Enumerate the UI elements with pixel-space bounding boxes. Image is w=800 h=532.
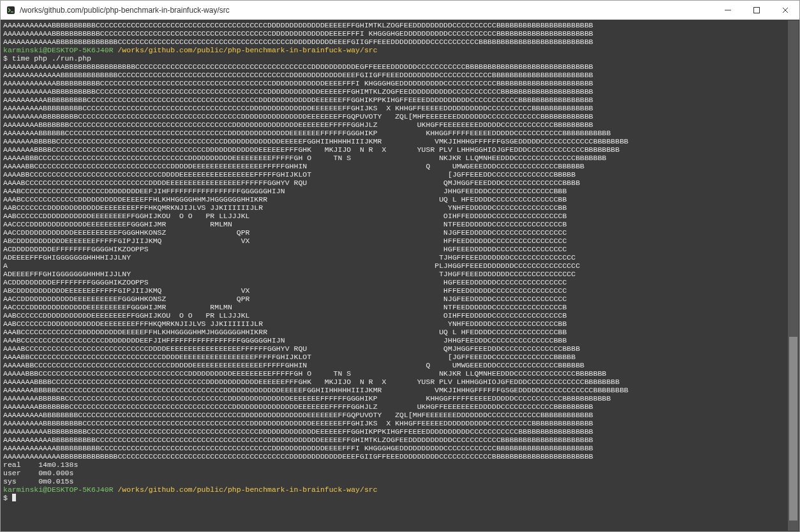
app-window: /works/github.com/public/php-benchmark-i…: [0, 0, 800, 532]
output-line: AAAAAAABBBBBCCCCCCCCCCCCCCCCCCCCCCCCCCCC…: [3, 137, 797, 145]
titlebar[interactable]: /works/github.com/public/php-benchmark-i…: [1, 1, 799, 20]
svg-rect-3: [753, 7, 759, 13]
output-line: ADEEEEFFFGHIGGGGGGGHHHHIJJLNY TJHGFFEEED…: [3, 253, 797, 262]
output-line: AAAABBCCCCCCCCCCCCCCCCCCCCCCCCCCCCCCDDDD…: [3, 170, 797, 179]
output-line: AACCCCDDDDDDDDDDDDDEEEEEEEEEFGGGHIJMR RM…: [3, 303, 797, 311]
output-line: AAAAAAAAABBBBBBBBBCCCCCCCCCCCCCCCCCCCCCC…: [3, 419, 797, 427]
output-line: AAAAAAAAAAABBBBBBBBBBBCCCCCCCCCCCCCCCCCC…: [3, 29, 797, 38]
prompt-path: /works/github.com/public/php-benchmark-i…: [117, 46, 377, 54]
output-line: AAAAAAAAAAAABBBBBBBBBBCCCCCCCCCCCCCCCCCC…: [3, 79, 797, 87]
output-line: AABCCCCCCDDDDDDDDDDDEEEEEEEEFFGGHIJKOU O…: [3, 212, 797, 220]
prompt-path: /works/github.com/public/php-benchmark-i…: [117, 485, 377, 494]
timing-user: user 0m0.000s: [3, 469, 797, 477]
output-line: AAAAABBCCCCCCCCCCCCCCCCCCCCCCCCCCCCCCCDD…: [3, 162, 797, 170]
output-line: AAAAAAABBBBCCCCCCCCCCCCCCCCCCCCCCCCCCCCC…: [3, 145, 797, 154]
output-line: AAAAAAAAABBBBBBBBCCCCCCCCCCCCCCCCCCCCCCC…: [3, 411, 797, 419]
output-line: AAAAABBBCCCCCCCCCCCCCCCCCCCCCCCCCCCCCCCC…: [3, 154, 797, 162]
output-line: AAAAAAABBBBBCCCCCCCCCCCCCCCCCCCCCCCCCCCC…: [3, 386, 797, 394]
vertical-scrollbar[interactable]: [788, 20, 799, 531]
output-line: AACCCCDDDDDDDDDDDDDEEEEEEEEEFGGGHIJMR RM…: [3, 220, 797, 228]
svg-rect-1: [11, 11, 13, 12]
command-line: $ time php ./run.php: [3, 54, 797, 63]
output-line: AAAAAAAAABBBBBBBBBCCCCCCCCCCCCCCCCCCCCCC…: [3, 104, 797, 112]
output-line: AAABCCCCCCCCCCCCCDDDDDDDDDDEEEEEFFHLKHHG…: [3, 328, 797, 336]
terminal-output[interactable]: AAAAAAAAAAABBBBBBBBBBCCCCCCCCCCCCCCCCCCC…: [1, 20, 799, 531]
output-line: AAAABCCCCCCCCCCCCCCCCCCCCCCCCCCCCDDDDEEE…: [3, 179, 797, 187]
output-line: ACDDDDDDDDDEFFFFFFFFGGGGHIKZOOPPS HGFEEE…: [3, 245, 797, 253]
output-line: AAABCCCCCCCCCCCCCDDDDDDDDDDEEEEEFFHLKHHG…: [3, 195, 797, 203]
output-line: AAAAABBBCCCCCCCCCCCCCCCCCCCCCCCCCCCCCCCC…: [3, 369, 797, 378]
output-line: AAAAAAAAAAAABBBBBBBBBBCCCCCCCCCCCCCCCCCC…: [3, 444, 797, 452]
timing-real: real 14m0.138s: [3, 461, 797, 469]
timing-sys: sys 0m0.015s: [3, 477, 797, 485]
output-line: AAAAAAAAAAAABBBBBBBBBBBBBBCCCCCCCCCCCCCC…: [3, 38, 797, 46]
prompt-input-line[interactable]: $: [3, 494, 797, 502]
output-line: AAAAAAAAAABBBBBBBBBCCCCCCCCCCCCCCCCCCCCC…: [3, 427, 797, 436]
maximize-button[interactable]: [742, 1, 771, 19]
window-title: /works/github.com/public/php-benchmark-i…: [20, 6, 713, 15]
output-line: ADEEEEFFFGHIGGGGGGGHHHHIJJLNY TJHGFFEEED…: [3, 270, 797, 278]
prompt-line: karminski@DESKTOP-5K6J40R /works/github.…: [3, 46, 797, 54]
output-line: AAAABCCCCCCCCCCCCCCCCCCCCCCCCCCCCDDDDEEE…: [3, 344, 797, 353]
output-line: AAAAABBCCCCCCCCCCCCCCCCCCCCCCCCCCCCCCCDD…: [3, 361, 797, 369]
output-line: AABCCCCCCCDDDDDDDDDDDDEEEEEEEEFFFHKQMRKN…: [3, 320, 797, 328]
app-icon: [6, 5, 16, 15]
output-line: A PLJHGGFFEEEDDDDDDDCCCCCCCCCCCCCCC: [3, 262, 797, 270]
output-line: AAAAAAABBBBCCCCCCCCCCCCCCCCCCCCCCCCCCCCC…: [3, 378, 797, 386]
output-line: AAAAAAAAAAABBBBBBBBBBCCCCCCCCCCCCCCCCCCC…: [3, 21, 797, 29]
output-line: AAAAAAAAAAABBBBBBBBBBCCCCCCCCCCCCCCCCCCC…: [3, 436, 797, 444]
output-line: AACCDDDDDDDDDDDDEEEEEEEEEEFGGGHHKONSZ QP…: [3, 295, 797, 303]
output-line: AABCCCCCCDDDDDDDDDDDEEEEEEEEFFGGHIJKOU O…: [3, 311, 797, 320]
window-controls: [713, 1, 799, 19]
output-line: AAABCCCCCCCCCCCCCCCCCCCDDDDDDDDEEFJIHFFF…: [3, 187, 797, 195]
output-line: AAAAAAAAAAAAABBBBBBBBBBBBBCCCCCCCCCCCCCC…: [3, 452, 797, 461]
output-line: ABCDDDDDDDDDDDEEEEEEEFFFFFGIPJIIJKMQ VX …: [3, 286, 797, 295]
scrollbar-track[interactable]: [788, 20, 799, 531]
output-line: AAAAAAAAAABBBBBBBBBCCCCCCCCCCCCCCCCCCCCC…: [3, 96, 797, 104]
output-line: AACCDDDDDDDDDDDDEEEEEEEEEEFGGGHHKONSZ QP…: [3, 228, 797, 237]
cursor: [12, 494, 16, 501]
prompt-user-host: karminski@DESKTOP-5K6J40R: [3, 46, 114, 54]
svg-rect-0: [7, 6, 15, 14]
output-line: AAAAAAAABBBBBBCCCCCCCCCCCCCCCCCCCCCCCCCC…: [3, 394, 797, 403]
close-button[interactable]: [771, 1, 799, 19]
output-line: AAAABBCCCCCCCCCCCCCCCCCCCCCCCCCCCCCCDDDD…: [3, 353, 797, 361]
output-line: AAABCCCCCCCCCCCCCCCCCCCDDDDDDDDEEFJIHFFF…: [3, 336, 797, 344]
output-line: AAAAAAAAABBBBBBBBCCCCCCCCCCCCCCCCCCCCCCC…: [3, 112, 797, 121]
output-line: AAAAAAAABBBBBBBCCCCCCCCCCCCCCCCCCCCCCCCC…: [3, 121, 797, 129]
minimize-button[interactable]: [713, 1, 742, 19]
output-line: AAAAAAAAAAABBBBBBBBBBCCCCCCCCCCCCCCCCCCC…: [3, 87, 797, 96]
output-line: AABCCCCCCCDDDDDDDDDDDDEEEEEEEEFFFHKQMRKN…: [3, 203, 797, 212]
prompt-user-host: karminski@DESKTOP-5K6J40R: [3, 485, 114, 494]
output-line: AAAAAAAABBBBBBCCCCCCCCCCCCCCCCCCCCCCCCCC…: [3, 129, 797, 137]
output-line: AAAAAAAABBBBBBBCCCCCCCCCCCCCCCCCCCCCCCCC…: [3, 403, 797, 411]
output-line: ABCDDDDDDDDDDDEEEEEEEFFFFFGIPJIIJKMQ VX …: [3, 237, 797, 245]
svg-rect-2: [725, 10, 731, 10]
scrollbar-thumb[interactable]: [789, 337, 797, 521]
output-line: AAAAAAAAAAAAABBBBBBBBBBBBBCCCCCCCCCCCCCC…: [3, 71, 797, 79]
output-line: AAAAAAAAAAAAAABBBBBBBBBBBBBBBBCCCCCCCCCC…: [3, 63, 797, 71]
prompt-line: karminski@DESKTOP-5K6J40R /works/github.…: [3, 485, 797, 494]
output-line: ACDDDDDDDDDEFFFFFFFFGGGGHIKZOOPPS HGFEEE…: [3, 278, 797, 286]
